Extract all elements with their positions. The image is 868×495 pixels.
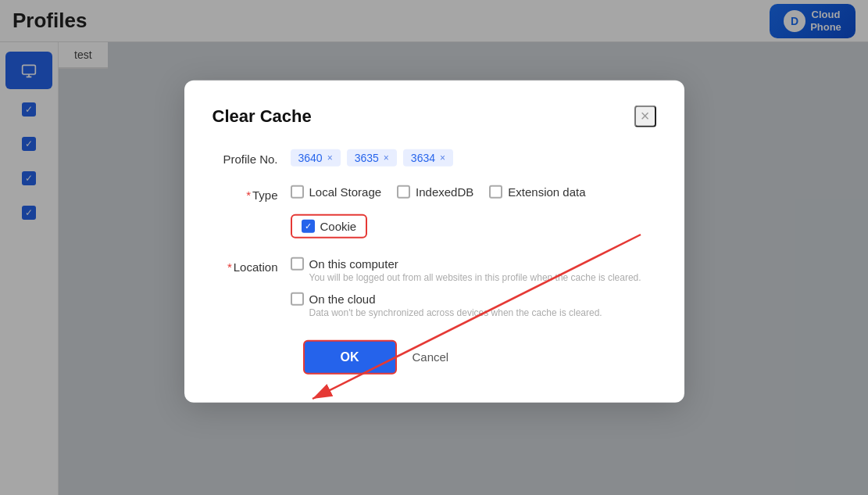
ok-button[interactable]: OK: [303, 339, 397, 374]
on-computer-option: On this computer You will be logged out …: [291, 256, 641, 282]
indexeddb-checkbox[interactable]: [397, 185, 410, 198]
tag-remove-1[interactable]: ×: [327, 152, 333, 163]
extension-data-option[interactable]: Extension data: [489, 185, 585, 198]
location-options: On this computer You will be logged out …: [291, 256, 641, 317]
on-cloud-checkbox[interactable]: [291, 292, 304, 305]
local-storage-checkbox[interactable]: [291, 185, 304, 198]
dialog-title: Clear Cache: [213, 106, 312, 126]
cookie-checkbox[interactable]: ✓: [302, 219, 315, 232]
on-computer-sub: You will be logged out from all websites…: [309, 271, 641, 282]
type-row: *Type Local Storage IndexedDB Extension …: [213, 185, 656, 238]
profile-no-label: Profile No.: [213, 149, 291, 165]
location-row: *Location On this computer You will be l…: [213, 256, 656, 317]
on-computer-checkbox[interactable]: [291, 256, 304, 270]
type-options: Local Storage IndexedDB Extension data ✓…: [291, 185, 656, 238]
location-label: *Location: [213, 256, 291, 273]
cookie-option[interactable]: ✓ Cookie: [291, 213, 368, 238]
on-cloud-sub: Data won't be synchronized across device…: [309, 307, 641, 317]
dialog-header: Clear Cache ×: [213, 105, 656, 127]
clear-cache-dialog: Clear Cache × Profile No. 3640 × 3635 × …: [184, 80, 684, 402]
indexeddb-option[interactable]: IndexedDB: [397, 185, 473, 198]
tag-remove-3[interactable]: ×: [440, 152, 445, 163]
profile-tags: 3640 × 3635 × 3634 ×: [291, 149, 454, 166]
extension-data-checkbox[interactable]: [489, 185, 502, 198]
tag-remove-2[interactable]: ×: [384, 152, 389, 163]
on-cloud-option: On the cloud Data won't be synchronized …: [291, 292, 641, 317]
cancel-button[interactable]: Cancel: [413, 350, 449, 364]
local-storage-option[interactable]: Local Storage: [291, 185, 382, 198]
type-label: *Type: [213, 185, 291, 201]
on-computer-label[interactable]: On this computer: [291, 256, 641, 270]
profile-tag-3[interactable]: 3634 ×: [403, 149, 453, 166]
profile-no-row: Profile No. 3640 × 3635 × 3634 ×: [213, 149, 656, 166]
profile-tag-1[interactable]: 3640 ×: [291, 149, 341, 166]
close-button[interactable]: ×: [634, 105, 656, 127]
on-cloud-label[interactable]: On the cloud: [291, 292, 641, 305]
profile-tag-2[interactable]: 3635 ×: [347, 149, 397, 166]
button-row: OK Cancel: [303, 339, 656, 374]
